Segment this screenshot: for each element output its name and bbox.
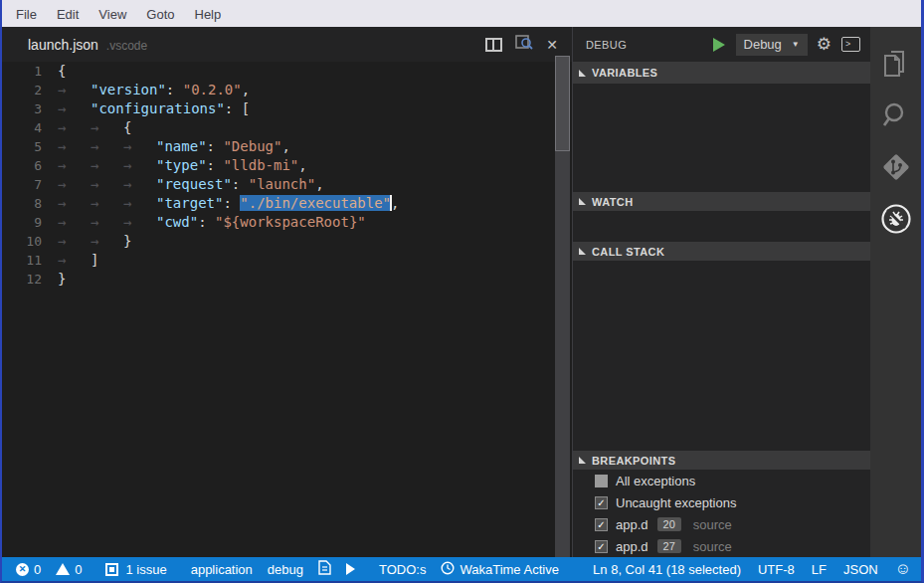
line-number: 6: [2, 156, 42, 175]
whitespace-tab-arrow: →: [91, 175, 123, 194]
build-file-button[interactable]: [318, 560, 331, 578]
eol-selector[interactable]: LF: [812, 562, 827, 577]
code-line[interactable]: 12}: [2, 270, 572, 289]
variables-content[interactable]: [573, 84, 870, 192]
whitespace-tab-arrow: →: [58, 232, 91, 251]
breakpoint-checkbox[interactable]: ✓: [595, 518, 608, 531]
tab-folder-hint: .vscode: [106, 39, 147, 53]
encoding-selector[interactable]: UTF-8: [758, 562, 795, 577]
breakpoint-checkbox[interactable]: [595, 475, 608, 487]
breakpoints-list: All exceptions✓Uncaught exceptions✓app.d…: [573, 470, 870, 557]
feedback-smiley-icon[interactable]: ☺: [895, 561, 911, 577]
whitespace-tab-arrow: →: [91, 156, 123, 175]
status-bar-right: Ln 8, Col 41 (18 selected) UTF-8 LF JSON…: [576, 561, 911, 577]
git-icon: [880, 151, 912, 187]
breakpoint-detail: source: [693, 539, 732, 554]
code-line[interactable]: 9→→→"cwd": "${workspaceRoot}": [2, 213, 572, 232]
whitespace-tab-arrow: →: [123, 213, 156, 232]
code-line[interactable]: 7→→→"request": "launch",: [2, 175, 572, 194]
whitespace-tab-arrow: →: [58, 137, 91, 156]
breakpoint-row[interactable]: ✓app.d27source: [573, 535, 870, 557]
code-line[interactable]: 8→→→"target": "./bin/executable",: [2, 194, 572, 213]
line-number: 12: [2, 270, 42, 289]
start-debug-icon[interactable]: [713, 38, 725, 52]
whitespace-tab-arrow: →: [123, 175, 156, 194]
section-call-stack[interactable]: CALL STACK: [573, 242, 870, 261]
breakpoint-label: All exceptions: [616, 474, 695, 488]
menu-item-view[interactable]: View: [89, 2, 136, 27]
menu-item-file[interactable]: File: [6, 2, 47, 27]
chevron-down-icon: ▼: [792, 40, 800, 49]
activity-debug[interactable]: [870, 195, 921, 247]
breakpoint-detail: source: [693, 517, 732, 532]
tab-launch-json[interactable]: launch.json .vscode: [2, 37, 147, 53]
debug-config-dropdown[interactable]: Debug ▼: [736, 34, 808, 56]
debug-config-value: Debug: [744, 37, 782, 52]
code-line[interactable]: 2→"version": "0.2.0",: [2, 81, 572, 99]
eol-value: LF: [812, 562, 827, 577]
code-editor[interactable]: 1{2→"version": "0.2.0",3→"configurations…: [2, 62, 572, 289]
breakpoint-row[interactable]: ✓app.d20source: [573, 513, 870, 535]
todo-status[interactable]: TODO:s: [379, 562, 426, 577]
menu-item-help[interactable]: Help: [185, 2, 232, 27]
warning-count[interactable]: 0: [56, 562, 82, 577]
build-config-selector[interactable]: debug: [268, 562, 303, 577]
code-line[interactable]: 10→→}: [2, 232, 572, 251]
code-lines: 1{2→"version": "0.2.0",3→"configurations…: [2, 62, 572, 289]
clock-icon: [441, 561, 455, 578]
workspace-label: application: [191, 562, 253, 577]
call-stack-content[interactable]: [573, 261, 870, 451]
gear-icon[interactable]: ⚙: [817, 36, 832, 53]
issues-status[interactable]: 1 issue: [105, 562, 166, 577]
wakatime-status[interactable]: WakaTime Active: [441, 561, 558, 578]
error-count[interactable]: ✕ 0: [16, 562, 41, 577]
section-label: WATCH: [592, 196, 634, 208]
activity-git[interactable]: [870, 143, 921, 195]
close-icon[interactable]: ✕: [546, 38, 558, 52]
code-line[interactable]: 4→→{: [2, 118, 572, 137]
cursor-position[interactable]: Ln 8, Col 41 (18 selected): [593, 562, 741, 577]
encoding-value: UTF-8: [758, 562, 795, 577]
whitespace-tab-arrow: →: [58, 213, 91, 232]
code-line[interactable]: 11→]: [2, 251, 572, 270]
open-preview-icon[interactable]: [515, 35, 533, 55]
section-watch[interactable]: WATCH: [573, 192, 870, 211]
breakpoint-checkbox[interactable]: ✓: [595, 540, 608, 553]
main-area: launch.json .vscode ✕ 1{2→": [2, 27, 921, 557]
whitespace-tab-arrow: →: [58, 81, 91, 99]
debug-console-icon[interactable]: >: [841, 37, 860, 52]
run-button[interactable]: [346, 563, 355, 575]
error-count-value: 0: [34, 562, 41, 577]
warning-icon: [56, 563, 70, 575]
activity-search[interactable]: [870, 92, 921, 143]
activity-bar: [870, 27, 921, 557]
section-breakpoints[interactable]: BREAKPOINTS: [573, 451, 870, 470]
menu-item-edit[interactable]: Edit: [47, 2, 89, 27]
code-line[interactable]: 1{: [2, 62, 572, 81]
split-editor-icon[interactable]: [485, 38, 502, 52]
line-number: 4: [2, 118, 42, 137]
editor-scrollbar[interactable]: [555, 56, 570, 557]
breakpoint-row[interactable]: ✓Uncaught exceptions: [573, 491, 870, 513]
debug-panel-header: DEBUG Debug ▼ ⚙ >: [573, 27, 870, 62]
menu-item-goto[interactable]: Goto: [136, 2, 184, 27]
code-line[interactable]: 5→→→"name": "Debug",: [2, 137, 572, 156]
whitespace-tab-arrow: →: [91, 213, 123, 232]
scrollbar-slider[interactable]: [555, 56, 570, 151]
twisty-icon: [579, 70, 586, 77]
line-number: 1: [2, 62, 42, 81]
language-mode-selector[interactable]: JSON: [843, 562, 878, 577]
code-line[interactable]: 3→"configurations": [: [2, 99, 572, 118]
section-variables[interactable]: VARIABLES: [573, 62, 870, 84]
editor-actions: ✕: [485, 35, 558, 55]
file-icon: [318, 560, 331, 578]
twisty-icon: [579, 248, 586, 255]
breakpoint-checkbox[interactable]: ✓: [595, 496, 608, 509]
watch-content[interactable]: [573, 211, 870, 242]
section-label: CALL STACK: [592, 246, 664, 258]
code-line[interactable]: 6→→→"type": "lldb-mi",: [2, 156, 572, 175]
debug-panel-title: DEBUG: [586, 39, 713, 51]
activity-files[interactable]: [870, 40, 921, 92]
breakpoint-row[interactable]: All exceptions: [573, 470, 870, 491]
workspace-selector[interactable]: application: [191, 562, 253, 577]
